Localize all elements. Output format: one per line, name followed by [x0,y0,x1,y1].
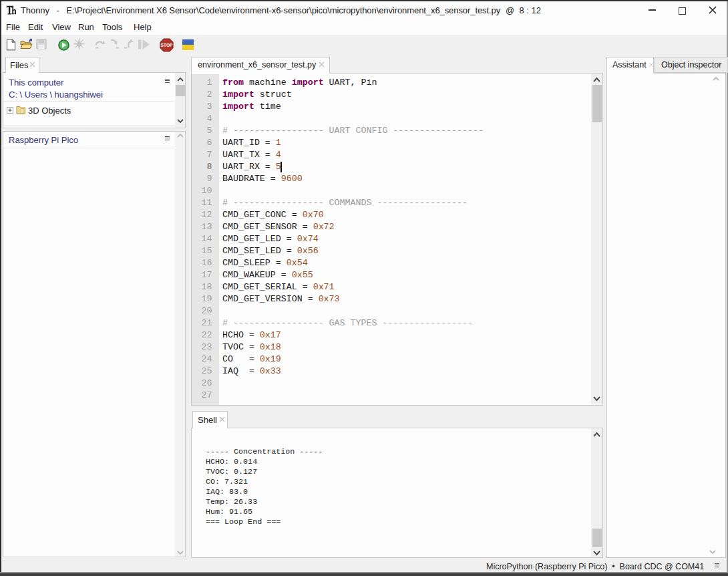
svg-text:STOP: STOP [161,43,173,47]
